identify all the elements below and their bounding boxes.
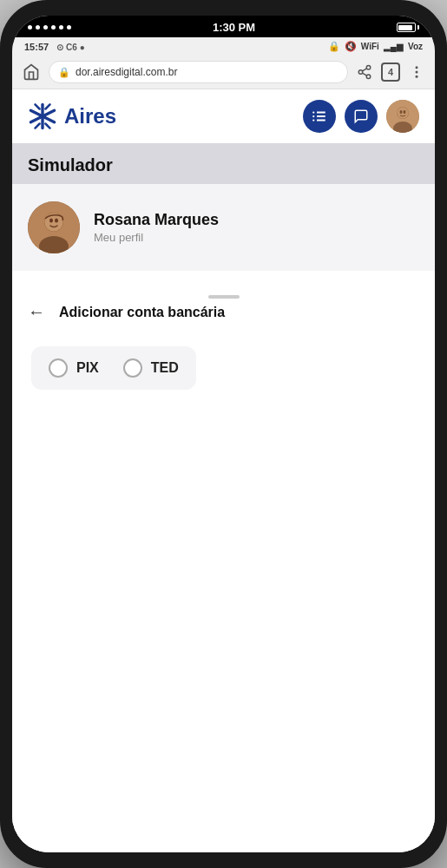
section-title: Adicionar conta bancária xyxy=(59,305,225,320)
svg-line-13 xyxy=(45,104,49,108)
wifi-icon: WiFi xyxy=(361,42,379,51)
app-logo: Aires xyxy=(28,102,116,131)
logo-text: Aires xyxy=(64,104,116,128)
volume-icon: 🔇 xyxy=(345,41,357,52)
android-time: 15:57 ⊙ C6 ● xyxy=(24,42,85,52)
app-content: Aires xyxy=(12,89,435,852)
menu-button[interactable] xyxy=(407,62,426,82)
battery-indicator xyxy=(397,23,419,32)
android-icons: 🔒 🔇 WiFi ▂▄▆ Voz xyxy=(328,41,423,52)
pix-radio[interactable] xyxy=(49,358,68,378)
back-button[interactable]: ← xyxy=(28,302,45,322)
svg-point-25 xyxy=(398,108,409,119)
svg-point-7 xyxy=(416,76,418,78)
url-text: dor.airesdigital.com.br xyxy=(76,66,339,78)
share-button[interactable] xyxy=(355,62,374,82)
svg-line-12 xyxy=(36,104,40,108)
header-actions xyxy=(303,100,419,133)
simulador-title: Simulador xyxy=(28,155,113,174)
chat-button[interactable] xyxy=(345,100,378,133)
aires-logo-icon xyxy=(28,102,57,131)
svg-point-0 xyxy=(366,66,371,70)
profile-name: Rosana Marques xyxy=(94,211,419,229)
profile-card[interactable]: Rosana Marques Meu perfil xyxy=(12,184,435,271)
svg-point-5 xyxy=(416,66,418,69)
status-bar: 1:30 PM xyxy=(12,16,435,37)
browser-action-buttons: 4 xyxy=(355,62,426,82)
payment-type-selector: PIX TED xyxy=(31,346,196,390)
android-status-bar: 15:57 ⊙ C6 ● 🔒 🔇 WiFi ▂▄▆ Voz xyxy=(12,37,435,56)
simulador-bar: Simulador xyxy=(12,143,435,184)
svg-line-15 xyxy=(45,124,49,128)
profile-avatar xyxy=(28,201,80,253)
filter-button[interactable] xyxy=(303,100,336,133)
status-time: 1:30 PM xyxy=(213,21,255,34)
tab-count-badge[interactable]: 4 xyxy=(381,62,400,82)
signal-dots xyxy=(28,25,71,30)
avatar[interactable] xyxy=(386,100,419,133)
profile-info: Rosana Marques Meu perfil xyxy=(94,211,419,244)
svg-point-32 xyxy=(49,219,53,223)
svg-line-3 xyxy=(362,73,366,76)
signal-icon: ▂▄▆ xyxy=(384,42,404,51)
svg-point-6 xyxy=(416,71,418,74)
ted-option[interactable]: TED xyxy=(123,358,179,378)
browser-toolbar: 🔒 dor.airesdigital.com.br 4 xyxy=(12,56,435,89)
phone-screen: 1:30 PM 15:57 ⊙ C6 ● 🔒 🔇 WiFi ▂ xyxy=(12,16,435,852)
android-indicators: ⊙ C6 ● xyxy=(56,43,84,52)
svg-point-2 xyxy=(366,75,371,79)
svg-point-27 xyxy=(404,110,406,114)
phone-frame: 1:30 PM 15:57 ⊙ C6 ● 🔒 🔇 WiFi ▂ xyxy=(0,0,447,868)
pix-option[interactable]: PIX xyxy=(49,358,99,378)
pix-label: PIX xyxy=(76,360,99,376)
ted-label: TED xyxy=(151,360,179,376)
profile-subtitle: Meu perfil xyxy=(94,231,419,244)
svg-point-1 xyxy=(358,70,363,75)
drag-indicator xyxy=(208,295,240,299)
svg-line-14 xyxy=(36,124,40,128)
svg-point-26 xyxy=(400,110,403,114)
section-header: ← Adicionar conta bancária xyxy=(28,302,419,322)
app-header: Aires xyxy=(12,89,435,143)
android-time-right: Voz xyxy=(408,42,423,51)
home-button[interactable] xyxy=(21,62,42,82)
add-bank-section: ← Adicionar conta bancária PIX TED xyxy=(12,271,435,852)
ted-radio[interactable] xyxy=(123,358,142,378)
lock-icon: 🔒 xyxy=(58,67,70,78)
lock-status-icon: 🔒 xyxy=(328,41,340,52)
url-bar[interactable]: 🔒 dor.airesdigital.com.br xyxy=(49,61,348,83)
svg-line-4 xyxy=(362,69,366,71)
svg-point-33 xyxy=(55,219,58,223)
